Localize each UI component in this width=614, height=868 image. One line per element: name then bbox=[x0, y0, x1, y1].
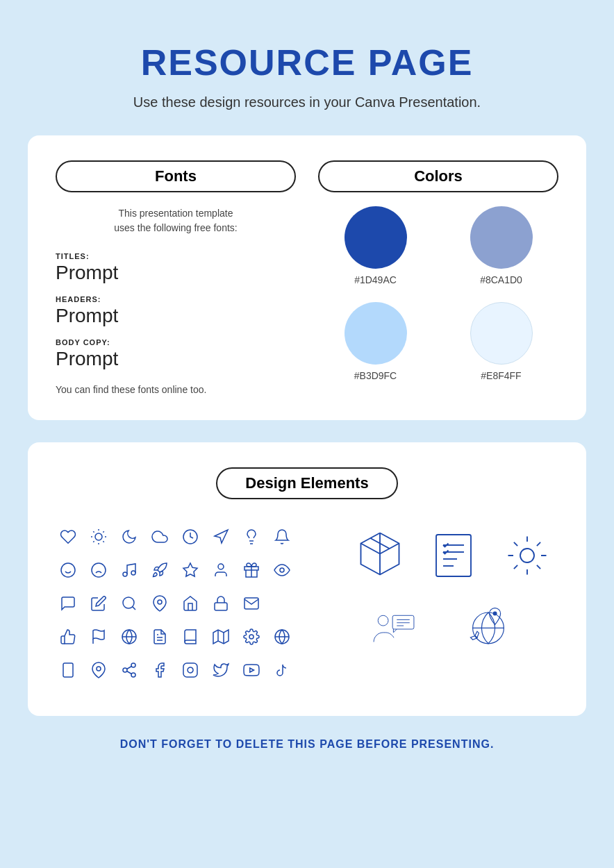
tiktok-icon bbox=[269, 658, 294, 683]
svg-rect-60 bbox=[392, 615, 414, 629]
eye-icon bbox=[269, 558, 294, 583]
fonts-footer: You can find these fonts online too. bbox=[56, 384, 296, 395]
svg-rect-53 bbox=[436, 535, 471, 576]
color-item-1: #1D49AC bbox=[345, 206, 407, 285]
big-icons-row-1 bbox=[349, 524, 558, 587]
edit-icon bbox=[86, 591, 111, 616]
svg-rect-40 bbox=[63, 663, 73, 677]
message-icon bbox=[56, 591, 81, 616]
svg-point-45 bbox=[131, 673, 135, 677]
svg-point-27 bbox=[158, 600, 162, 604]
cloud-icon bbox=[147, 524, 172, 549]
design-elements-card: Design Elements bbox=[28, 442, 586, 716]
facebook-icon bbox=[147, 658, 172, 683]
font-headers-name: Prompt bbox=[56, 305, 296, 327]
color-hex-2: #8CA1D0 bbox=[480, 274, 522, 285]
svg-line-8 bbox=[103, 531, 103, 532]
font-headers-label: HEADERS: bbox=[56, 295, 296, 303]
fonts-colors-row: Fonts This presentation template uses th… bbox=[56, 160, 558, 395]
phone-icon bbox=[56, 658, 81, 683]
colors-grid: #1D49AC #8CA1D0 #B3D9FC #E8F4FF bbox=[318, 206, 558, 381]
color-circle-3 bbox=[345, 302, 407, 365]
icons-row-4 bbox=[56, 624, 321, 649]
mail-icon bbox=[239, 591, 264, 616]
package-big-icon bbox=[349, 524, 411, 587]
fonts-header: Fonts bbox=[56, 160, 296, 192]
design-elements-header: Design Elements bbox=[56, 467, 558, 499]
fonts-description: This presentation template uses the foll… bbox=[56, 206, 296, 235]
svg-point-58 bbox=[520, 549, 534, 562]
svg-line-47 bbox=[127, 667, 132, 669]
svg-point-43 bbox=[131, 663, 135, 667]
svg-line-46 bbox=[127, 671, 132, 674]
document-icon bbox=[147, 624, 172, 649]
footer-text: DON'T FORGET TO DELETE THIS PAGE BEFORE … bbox=[28, 738, 586, 751]
svg-point-21 bbox=[218, 564, 224, 569]
elements-layout bbox=[56, 524, 558, 691]
rocket-icon bbox=[147, 558, 172, 583]
color-item-2: #8CA1D0 bbox=[470, 206, 533, 285]
star-icon bbox=[178, 558, 203, 583]
svg-line-26 bbox=[133, 607, 135, 610]
icons-row-3 bbox=[56, 591, 321, 616]
svg-point-44 bbox=[123, 668, 127, 672]
gift-icon bbox=[239, 558, 264, 583]
svg-line-3 bbox=[93, 531, 94, 532]
share-icon bbox=[117, 658, 142, 683]
color-circle-2 bbox=[470, 206, 533, 269]
svg-rect-28 bbox=[215, 603, 227, 610]
font-headers: HEADERS: Prompt bbox=[56, 295, 296, 327]
clock-icon bbox=[178, 524, 203, 549]
frown-icon bbox=[86, 558, 111, 583]
svg-point-59 bbox=[378, 615, 388, 626]
big-icons-section bbox=[349, 524, 558, 691]
gear-big-icon bbox=[496, 524, 558, 587]
thumbsup-icon bbox=[56, 624, 81, 649]
youtube-icon bbox=[239, 658, 264, 683]
svg-point-66 bbox=[493, 612, 497, 615]
design-elements-label: Design Elements bbox=[216, 467, 397, 499]
colors-section: Colors #1D49AC #8CA1D0 #B3D9FC #E8F4FF bbox=[318, 160, 558, 381]
svg-point-37 bbox=[249, 635, 254, 639]
page-subtitle: Use these design resources in your Canva… bbox=[28, 94, 586, 110]
heart-icon bbox=[56, 524, 81, 549]
twitter-icon bbox=[208, 658, 233, 683]
pin-icon bbox=[147, 591, 172, 616]
music-icon bbox=[117, 558, 142, 583]
globe2-icon bbox=[117, 624, 142, 649]
svg-marker-50 bbox=[250, 668, 254, 672]
instagram-icon bbox=[178, 658, 203, 683]
svg-point-25 bbox=[123, 597, 134, 608]
checklist-big-icon bbox=[422, 524, 485, 587]
icons-row-5 bbox=[56, 658, 321, 683]
colors-header: Colors bbox=[318, 160, 558, 192]
svg-marker-20 bbox=[183, 563, 197, 576]
megaphone-icon bbox=[208, 524, 233, 549]
customer-service-big-icon bbox=[349, 598, 439, 660]
location-icon bbox=[86, 658, 111, 683]
color-hex-1: #1D49AC bbox=[354, 274, 397, 285]
svg-rect-48 bbox=[183, 663, 197, 677]
svg-line-7 bbox=[93, 541, 94, 542]
color-hex-4: #E8F4FF bbox=[481, 370, 521, 381]
web-icon bbox=[269, 624, 294, 649]
icons-row-1 bbox=[56, 524, 321, 549]
icons-grid-section bbox=[56, 524, 321, 691]
bell-icon bbox=[269, 524, 294, 549]
icons-row-2 bbox=[56, 558, 321, 583]
color-circle-1 bbox=[345, 206, 407, 269]
svg-point-15 bbox=[92, 563, 106, 577]
svg-point-19 bbox=[131, 571, 135, 575]
smile-icon bbox=[56, 558, 81, 583]
big-icons-row-2 bbox=[349, 598, 526, 660]
user-icon bbox=[208, 558, 233, 583]
sun-icon bbox=[86, 524, 111, 549]
color-hex-3: #B3D9FC bbox=[354, 370, 397, 381]
svg-point-0 bbox=[95, 533, 102, 540]
font-body-label: BODY COPY: bbox=[56, 338, 296, 347]
color-circle-4 bbox=[470, 302, 533, 365]
fonts-colors-card: Fonts This presentation template uses th… bbox=[28, 135, 586, 420]
search-icon bbox=[117, 591, 142, 616]
flag-icon bbox=[86, 624, 111, 649]
svg-line-4 bbox=[103, 541, 103, 542]
